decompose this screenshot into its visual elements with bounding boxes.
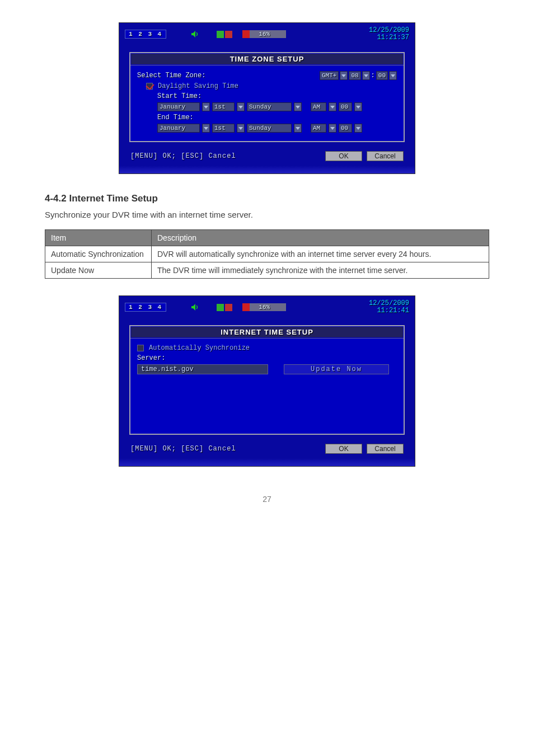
chevron-down-icon[interactable] bbox=[202, 124, 210, 133]
net-icon-1 bbox=[217, 304, 224, 311]
net-icon-2 bbox=[225, 31, 232, 38]
table-header-desc: Description bbox=[152, 230, 489, 246]
menu-hint: [MENU] OK; [ESC] Cancel bbox=[130, 152, 236, 160]
channel-indicator: 1 2 3 4 bbox=[125, 30, 166, 39]
network-icons bbox=[217, 304, 232, 311]
chevron-down-icon[interactable] bbox=[354, 124, 362, 133]
bottom-strip bbox=[119, 166, 415, 173]
internet-time-panel: INTERNET TIME SETUP Automatically Synchr… bbox=[129, 325, 405, 435]
auto-sync-label: Automatically Synchronize bbox=[149, 344, 250, 352]
date-text: 12/25/2009 bbox=[369, 299, 409, 307]
date-text: 12/25/2009 bbox=[369, 26, 409, 34]
colon: : bbox=[371, 72, 375, 79]
bottom-strip bbox=[119, 458, 415, 466]
timezone-panel: TIME ZONE SETUP Select Time Zone: GMT+ 0… bbox=[129, 52, 405, 142]
end-hour-select[interactable]: 00 bbox=[339, 124, 352, 133]
end-ampm-select[interactable]: AM bbox=[311, 124, 326, 133]
dst-checkbox[interactable] bbox=[146, 83, 153, 90]
network-icons bbox=[217, 31, 232, 38]
clock-display: 12/25/2009 11:21:37 bbox=[369, 27, 409, 41]
section-caption: Synchronize your DVR time with an intern… bbox=[45, 210, 489, 219]
dvr-topbar: 1 2 3 4 16% 12/25/2009 11:21:37 bbox=[125, 27, 409, 41]
panel-title: TIME ZONE SETUP bbox=[131, 54, 403, 64]
start-week-select[interactable]: 1st bbox=[212, 102, 235, 111]
net-icon-2 bbox=[225, 304, 232, 311]
chevron-down-icon[interactable] bbox=[294, 124, 302, 133]
speaker-icon bbox=[191, 303, 199, 311]
start-time-label: Start Time: bbox=[157, 92, 202, 100]
chevron-down-icon[interactable] bbox=[389, 71, 397, 80]
menu-hint: [MENU] OK; [ESC] Cancel bbox=[130, 445, 236, 453]
chevron-down-icon[interactable] bbox=[294, 102, 302, 111]
channel-indicator: 1 2 3 4 bbox=[125, 303, 166, 312]
start-ampm-select[interactable]: AM bbox=[311, 102, 326, 111]
end-time-label: End Time: bbox=[157, 114, 194, 121]
disk-usage-bar: 16% bbox=[242, 30, 286, 38]
update-now-button[interactable]: Update Now bbox=[284, 364, 389, 374]
chevron-down-icon[interactable] bbox=[340, 71, 348, 80]
net-icon-1 bbox=[217, 31, 224, 38]
chevron-down-icon[interactable] bbox=[237, 124, 245, 133]
description-table: Item Description Automatic Synchronizati… bbox=[45, 229, 489, 279]
end-day-select[interactable]: Sunday bbox=[247, 124, 292, 133]
gmt-sign-select[interactable]: GMT+ bbox=[320, 71, 339, 80]
table-row: Update Now The DVR time will immediately… bbox=[45, 262, 489, 279]
time-text: 11:21:41 bbox=[377, 307, 409, 314]
disk-usage-label: 16% bbox=[242, 304, 286, 311]
clock-display: 12/25/2009 11:21:41 bbox=[369, 300, 409, 314]
panel-title: INTERNET TIME SETUP bbox=[131, 327, 403, 337]
table-header-item: Item bbox=[45, 230, 152, 246]
dvr-screen-internet-time: 1 2 3 4 16% 12/25/2009 11:21:41 INTERNET… bbox=[119, 295, 415, 467]
chevron-down-icon[interactable] bbox=[202, 102, 210, 111]
dvr-screen-timezone: 1 2 3 4 16% 12/25/2009 11:21:37 TIME ZON… bbox=[119, 22, 415, 174]
dvr-topbar: 1 2 3 4 16% 12/25/2009 11:21:41 bbox=[125, 300, 409, 314]
section-heading: 4-4.2 Internet Time Setup bbox=[45, 193, 489, 204]
select-timezone-label: Select Time Zone: bbox=[137, 72, 205, 79]
start-month-select[interactable]: January bbox=[157, 102, 200, 111]
chevron-down-icon[interactable] bbox=[329, 124, 336, 133]
gmt-min-select[interactable]: 00 bbox=[376, 71, 388, 80]
table-cell: DVR will automatically synchronize with … bbox=[152, 246, 489, 262]
table-row: Automatic Synchronization DVR will autom… bbox=[45, 246, 489, 262]
dst-label: Daylight Saving Time bbox=[158, 82, 238, 90]
speaker-icon bbox=[191, 30, 199, 38]
auto-sync-checkbox[interactable] bbox=[137, 345, 144, 351]
chevron-down-icon[interactable] bbox=[329, 102, 336, 111]
ok-button[interactable]: OK bbox=[325, 151, 362, 161]
gmt-hour-select[interactable]: 08 bbox=[349, 71, 360, 80]
time-text: 11:21:37 bbox=[377, 34, 409, 41]
page-number: 27 bbox=[45, 495, 489, 504]
table-cell: The DVR time will immediately synchroniz… bbox=[152, 262, 489, 279]
chevron-down-icon[interactable] bbox=[354, 102, 362, 111]
table-cell: Automatic Synchronization bbox=[45, 246, 152, 262]
table-cell: Update Now bbox=[45, 262, 152, 279]
end-week-select[interactable]: 1st bbox=[212, 124, 235, 133]
start-day-select[interactable]: Sunday bbox=[247, 102, 292, 111]
cancel-button[interactable]: Cancel bbox=[367, 151, 404, 161]
ok-button[interactable]: OK bbox=[325, 444, 362, 454]
end-month-select[interactable]: January bbox=[157, 124, 200, 133]
chevron-down-icon[interactable] bbox=[237, 102, 245, 111]
cancel-button[interactable]: Cancel bbox=[367, 444, 404, 454]
server-input[interactable]: time.nist.gov bbox=[137, 364, 268, 374]
disk-usage-bar: 16% bbox=[242, 303, 286, 311]
chevron-down-icon[interactable] bbox=[362, 71, 370, 80]
start-hour-select[interactable]: 00 bbox=[339, 102, 352, 111]
disk-usage-label: 16% bbox=[242, 31, 286, 37]
server-label: Server: bbox=[137, 354, 165, 362]
